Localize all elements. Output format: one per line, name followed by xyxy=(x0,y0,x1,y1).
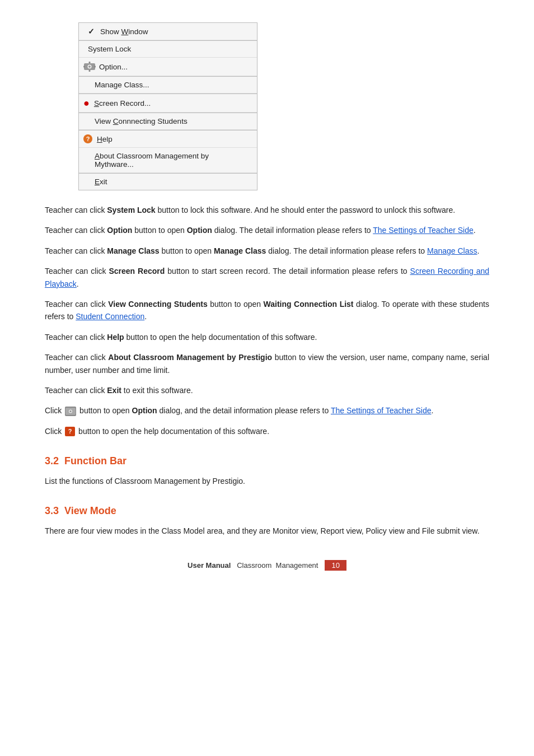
system-lock-label: System Lock xyxy=(88,45,131,53)
menu-box: Show Window System Lock Option... Manage… xyxy=(78,22,257,190)
screen-record-bold: Screen Record xyxy=(109,267,165,276)
settings-teacher-link-1[interactable]: The Settings of Teacher Side xyxy=(373,226,474,235)
show-window-label: Show Window xyxy=(100,27,148,36)
system-lock-bold: System Lock xyxy=(107,206,155,214)
option-bold: Option xyxy=(107,226,132,235)
section-32-heading: 3.2 Function Bar xyxy=(45,455,489,467)
paragraph-option: Teacher can click Option button to open … xyxy=(45,224,489,236)
paragraph-help: Teacher can click Help button to open th… xyxy=(45,331,489,343)
menu-item-option[interactable]: Option... xyxy=(79,58,257,76)
view-connecting-label: View Connnecting Students xyxy=(95,117,188,125)
paragraph-click-help: Click ? button to open the help document… xyxy=(45,425,489,437)
menu-item-exit[interactable]: Exit xyxy=(79,174,257,190)
option-label: Option... xyxy=(99,63,128,71)
menu-item-system-lock[interactable]: System Lock xyxy=(79,41,257,58)
page-footer: User Manual Classroom Management 10 xyxy=(45,560,489,571)
bullet-icon: ● xyxy=(83,98,90,108)
help-icon: ? xyxy=(83,134,92,143)
menu-item-about[interactable]: About Classroom Management by Mythware..… xyxy=(79,148,257,173)
exit-bold: Exit xyxy=(107,386,121,395)
paragraph-manage-class: Teacher can click Manage Class button to… xyxy=(45,245,489,257)
svg-rect-3 xyxy=(89,62,91,63)
student-connection-link[interactable]: Student Connection xyxy=(76,312,144,321)
page-number: 10 xyxy=(325,560,346,571)
paragraph-click-option: Click button to open Option dialog, and … xyxy=(45,404,489,417)
section-33-body: There are four view modes in the Class M… xyxy=(45,525,489,537)
svg-point-2 xyxy=(88,66,91,68)
help-label: Help xyxy=(97,135,113,143)
menu-item-view-connecting[interactable]: View Connnecting Students xyxy=(79,113,257,130)
menu-item-screen-record[interactable]: ● Screen Record... xyxy=(79,94,257,113)
exit-label: Exit xyxy=(95,178,107,186)
menu-item-show-window[interactable]: Show Window xyxy=(79,23,257,40)
paragraph-exit: Teacher can click Exit to exit this soft… xyxy=(45,384,489,396)
footer-title: User Manual xyxy=(188,561,231,570)
gear-icon xyxy=(83,62,96,72)
menu-item-help[interactable]: ? Help xyxy=(79,130,257,148)
option-dialog-bold: Option xyxy=(187,226,212,235)
manage-class-dialog-bold: Manage Class xyxy=(214,246,266,255)
manage-class-link[interactable]: Manage Class xyxy=(427,246,477,255)
about-bold: About Classroom Management by Prestigio xyxy=(108,353,272,362)
option-inline-icon xyxy=(65,407,76,416)
paragraph-about: Teacher can click About Classroom Manage… xyxy=(45,351,489,376)
section-33-heading: 3.3 View Mode xyxy=(45,505,489,517)
about-label: About Classroom Management by Mythware..… xyxy=(95,152,248,169)
footer-subtitle: Classroom Management xyxy=(237,561,318,570)
option-bold-2: Option xyxy=(132,406,157,415)
manage-class-label: Manage Class... xyxy=(95,81,149,89)
svg-point-9 xyxy=(69,410,72,413)
help-bold: Help xyxy=(107,333,124,342)
paragraph-view-connecting: Teacher can click View Connecting Studen… xyxy=(45,298,489,323)
waiting-connection-bold: Waiting Connection List xyxy=(264,300,354,309)
section-32-body: List the functions of Classroom Manageme… xyxy=(45,475,489,487)
paragraph-screen-record: Teacher can click Screen Record button t… xyxy=(45,265,489,290)
svg-rect-6 xyxy=(94,66,96,68)
help-inline-icon: ? xyxy=(65,427,75,436)
view-connecting-bold: View Connecting Students xyxy=(108,300,208,309)
paragraph-system-lock: Teacher can click System Lock button to … xyxy=(45,204,489,216)
menu-item-manage-class[interactable]: Manage Class... xyxy=(79,77,257,94)
screen-record-label: Screen Record... xyxy=(94,99,151,108)
svg-rect-5 xyxy=(83,66,85,68)
manage-class-bold: Manage Class xyxy=(107,246,159,255)
svg-rect-4 xyxy=(89,70,91,72)
settings-teacher-link-2[interactable]: The Settings of Teacher Side xyxy=(331,406,432,415)
